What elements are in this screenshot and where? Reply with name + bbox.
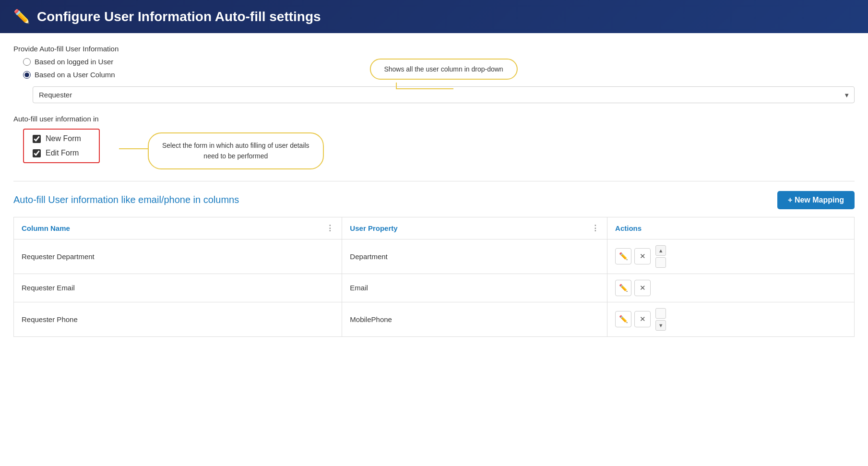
section-divider	[13, 181, 855, 181]
delete-row-2-button[interactable]: ✕	[634, 311, 651, 327]
new-form-label: New Form	[46, 134, 81, 143]
col-header-column-name: Column Name ⋮	[14, 217, 342, 239]
checkbox-group: New Form Edit Form	[23, 129, 100, 163]
edit-row-2-button[interactable]: ✏️	[615, 311, 631, 327]
edit-row-0-button[interactable]: ✏️	[615, 248, 631, 264]
cell-column-name-1: Requester Email	[14, 274, 342, 302]
column-name-sort-icon[interactable]: ⋮	[326, 223, 334, 233]
scroll-arrows-2: ▼	[655, 308, 666, 331]
delete-row-1-button[interactable]: ✕	[634, 280, 651, 296]
table-row: Requester Department Department ✏️ ✕ ▲	[14, 239, 855, 274]
radio-logged-in-label: Based on logged in User	[35, 58, 113, 66]
dropdown-tooltip: Shows all the user column in drop-down	[369, 59, 517, 80]
edit-form-checkbox[interactable]	[33, 149, 41, 157]
col-header-actions: Actions	[607, 217, 855, 239]
edit-row-1-button[interactable]: ✏️	[615, 280, 631, 296]
connector-h-line	[119, 148, 148, 149]
checkbox-connector: Select the form in which auto filling of…	[119, 129, 324, 169]
checkbox-edit-form[interactable]: Edit Form	[33, 149, 90, 157]
table-header-row: Column Name ⋮ User Property ⋮ Actions	[14, 217, 855, 239]
checkbox-tooltip-row: New Form Edit Form Select the form in wh…	[23, 129, 855, 169]
edit-form-label: Edit Form	[46, 149, 79, 157]
radio-user-column-input[interactable]	[23, 71, 31, 79]
scroll-up-2	[655, 308, 666, 319]
pencil-icon: ✏️	[13, 9, 30, 24]
mapping-section-title: Auto-fill User information like email/ph…	[13, 194, 239, 205]
page-title: Configure User Information Auto-fill set…	[37, 9, 321, 24]
tooltip-h-line	[396, 88, 453, 89]
checkbox-new-form[interactable]: New Form	[33, 134, 90, 143]
provide-autofill-label: Provide Auto-fill User Information	[13, 45, 855, 53]
checkbox-tooltip-line2: need to be performed	[203, 152, 268, 160]
autofill-in-label: Auto-fill user information in	[13, 115, 855, 123]
cell-actions-0: ✏️ ✕ ▲	[607, 239, 855, 274]
cell-column-name-2: Requester Phone	[14, 302, 342, 336]
col-header-user-property: User Property ⋮	[342, 217, 607, 239]
cell-actions-1: ✏️ ✕	[607, 274, 855, 302]
radio-logged-in-input[interactable]	[23, 58, 31, 66]
new-form-checkbox[interactable]	[33, 135, 41, 143]
new-mapping-button[interactable]: + New Mapping	[777, 191, 855, 209]
delete-row-0-button[interactable]: ✕	[634, 248, 651, 264]
cell-user-property-0: Department	[342, 239, 607, 274]
scroll-down-0	[655, 257, 666, 268]
radio-user-column-label: Based on a User Column	[35, 71, 115, 79]
cell-user-property-2: MobilePhone	[342, 302, 607, 336]
page-header: ✏️ Configure User Information Auto-fill …	[0, 0, 868, 33]
table-row: Requester Phone MobilePhone ✏️ ✕ ▼	[14, 302, 855, 336]
table-row: Requester Email Email ✏️ ✕	[14, 274, 855, 302]
scroll-up-0[interactable]: ▲	[655, 245, 666, 256]
scroll-arrows-0: ▲	[655, 245, 666, 268]
checkbox-tooltip: Select the form in which auto filling of…	[148, 132, 324, 169]
tooltip-connector-line	[396, 83, 397, 88]
main-content: Provide Auto-fill User Information Based…	[0, 33, 868, 348]
scroll-down-2[interactable]: ▼	[655, 320, 666, 331]
mapping-table: Column Name ⋮ User Property ⋮ Actions	[13, 217, 855, 337]
cell-actions-2: ✏️ ✕ ▼	[607, 302, 855, 336]
mapping-section-header: Auto-fill User information like email/ph…	[13, 191, 855, 209]
checkbox-tooltip-line1: Select the form in which auto filling of…	[162, 142, 309, 149]
cell-column-name-0: Requester Department	[14, 239, 342, 274]
cell-user-property-1: Email	[342, 274, 607, 302]
user-property-sort-icon[interactable]: ⋮	[591, 223, 599, 233]
